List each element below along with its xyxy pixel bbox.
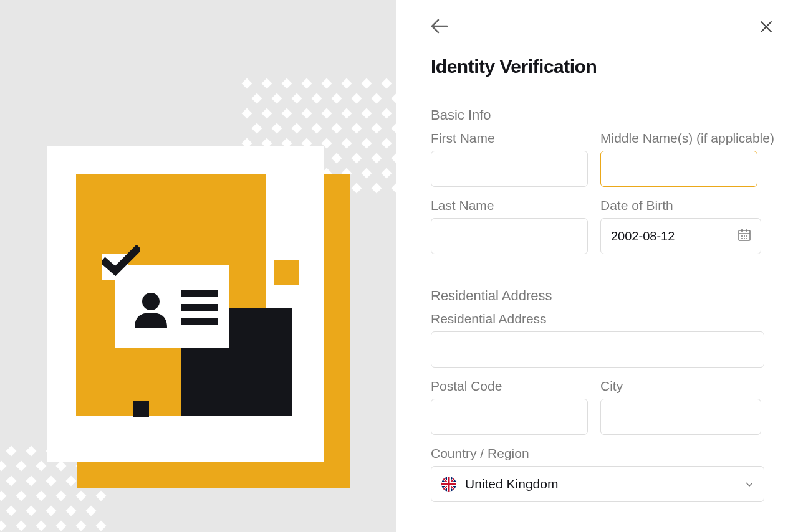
illustration-small-yellow-square	[274, 260, 299, 285]
person-icon	[133, 292, 168, 330]
svg-rect-3	[181, 318, 218, 325]
close-button[interactable]	[760, 21, 774, 34]
checkmark-icon	[102, 245, 140, 278]
middle-name-input[interactable]	[600, 151, 757, 187]
modal-header	[431, 19, 774, 36]
illustration-panel: // placeholder so structure remains; dia…	[0, 0, 396, 532]
first-name-label: First Name	[431, 131, 588, 146]
dob-label: Date of Birth	[600, 198, 761, 213]
postal-code-input[interactable]	[431, 399, 588, 435]
city-label: City	[600, 379, 761, 394]
last-name-input[interactable]	[431, 218, 588, 254]
country-select[interactable]: United Kingdom	[431, 466, 764, 502]
section-basic-info-label: Basic Info	[431, 107, 793, 123]
dob-input[interactable]	[600, 218, 761, 254]
close-icon	[760, 21, 772, 33]
back-button[interactable]	[431, 19, 448, 36]
address-input[interactable]	[431, 331, 764, 368]
illustration-small-black-square	[133, 401, 149, 417]
middle-name-label: Middle Name(s) (if applicable)	[600, 131, 774, 146]
uk-flag-icon	[441, 477, 456, 492]
form-panel: Identity Verification Basic Info First N…	[396, 0, 793, 532]
page-title: Identity Verification	[431, 56, 793, 77]
country-label: Country / Region	[431, 446, 764, 461]
city-input[interactable]	[600, 399, 761, 435]
country-value: United Kingdom	[465, 477, 558, 492]
first-name-input[interactable]	[431, 151, 588, 187]
svg-rect-1	[181, 290, 218, 297]
arrow-left-icon	[431, 19, 448, 34]
section-residential-label: Residential Address	[431, 288, 793, 304]
last-name-label: Last Name	[431, 198, 588, 213]
svg-rect-2	[181, 304, 218, 311]
svg-point-0	[142, 293, 160, 310]
address-label: Residential Address	[431, 311, 764, 326]
postal-code-label: Postal Code	[431, 379, 588, 394]
id-lines-icon	[181, 290, 219, 328]
